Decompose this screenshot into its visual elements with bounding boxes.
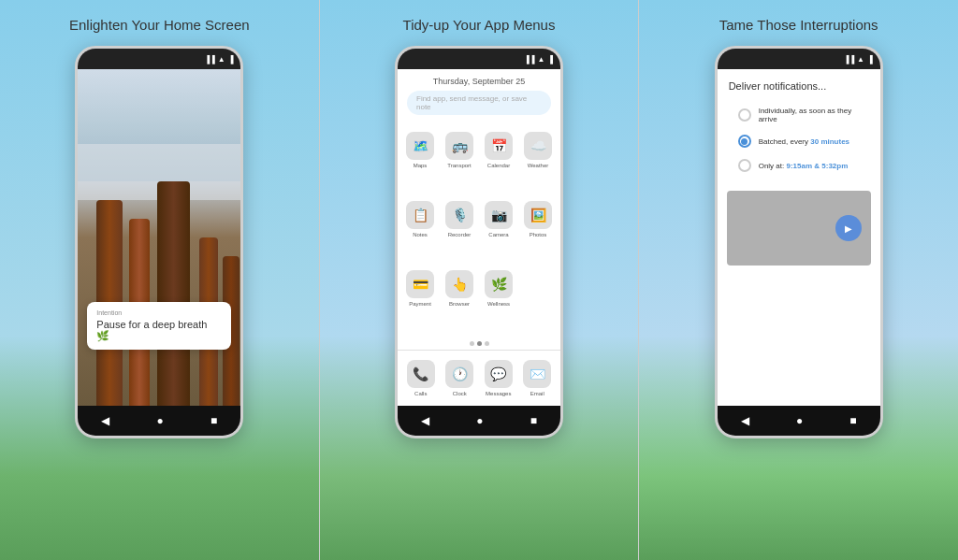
calls-icon: 📞	[407, 360, 435, 388]
panel-1-title: Enlighten Your Home Screen	[69, 17, 250, 33]
clock-label: Clock	[453, 391, 467, 396]
dock-calls[interactable]: 📞 Calls	[401, 354, 441, 402]
home-button-1[interactable]: ●	[157, 414, 164, 427]
home-button-3[interactable]: ●	[796, 414, 803, 427]
panel-2: Tidy-up Your App Menus ▐▐ ▲ ▐ Thursday, …	[319, 0, 640, 560]
option-batched[interactable]: Batched, every 30 minutes	[729, 129, 869, 153]
recorder-icon: 🎙️	[445, 201, 473, 229]
dock-messages[interactable]: 💬 Messages	[479, 354, 518, 402]
app-maps[interactable]: 🗺️ Maps	[401, 126, 439, 194]
notification-content: Deliver notifications... Individually, a…	[718, 69, 880, 183]
play-button[interactable]: ▶	[835, 215, 862, 241]
browser-icon: 👆	[445, 270, 473, 298]
video-preview-area: ▶	[727, 191, 871, 266]
app-empty	[519, 265, 557, 332]
status-icons-2: ▐▐ ▲ ▐	[524, 55, 553, 64]
calendar-icon: 📅	[485, 132, 513, 160]
recent-button-1[interactable]: ■	[210, 414, 217, 427]
maps-label: Maps	[414, 163, 428, 168]
radio-individually[interactable]	[738, 108, 751, 122]
tree-trunk-3	[157, 181, 190, 406]
app-dock: 📞 Calls 🕐 Clock 💬 Messages ✉️ Email	[398, 350, 560, 406]
recent-button-3[interactable]: ■	[849, 414, 856, 427]
browser-label: Browser	[449, 301, 470, 307]
only-at-highlight: 9:15am & 5:32pm	[786, 162, 848, 170]
phone-3: ▐▐ ▲ ▐ Deliver notifications... Individu…	[715, 46, 883, 438]
phone-1-nav-bar: ◀ ● ■	[78, 406, 240, 436]
home-button-2[interactable]: ●	[476, 414, 483, 427]
transport-icon: 🚌	[445, 132, 473, 160]
app-transport[interactable]: 🚌 Transport	[441, 126, 478, 194]
signal-icon-2: ▐▐	[524, 55, 534, 64]
intention-text: Pause for a deep breath 🌿	[96, 319, 222, 342]
phone-2-status-bar: ▐▐ ▲ ▐	[398, 49, 560, 69]
app-payment[interactable]: 💳 Payment	[401, 265, 439, 332]
app-weather[interactable]: ☁️ Weather	[519, 126, 557, 194]
app-menu-header: Thursday, September 25 Find app, send me…	[398, 69, 560, 121]
notes-label: Notes	[413, 232, 428, 237]
option-individually[interactable]: Individually, as soon as they arrive	[729, 101, 869, 129]
maps-icon: 🗺️	[406, 132, 434, 160]
dock-clock[interactable]: 🕐 Clock	[441, 354, 480, 402]
transport-label: Transport	[447, 163, 471, 168]
phone-1-screen: Intention Pause for a deep breath 🌿	[78, 69, 240, 406]
signal-icon: ▐▐	[204, 55, 214, 64]
phone-2: ▐▐ ▲ ▐ Thursday, September 25 Find app, …	[395, 46, 563, 438]
phone-1: ▐▐ ▲ ▐ Intention Pause for a deep breath…	[75, 46, 243, 438]
notes-icon: 📋	[406, 201, 434, 229]
panel-3-title: Tame Those Interruptions	[719, 17, 878, 33]
dot-3	[485, 341, 489, 346]
camera-label: Camera	[488, 232, 508, 237]
dock-email[interactable]: ✉️ Email	[518, 354, 558, 402]
payment-label: Payment	[409, 301, 431, 307]
messages-label: Messages	[486, 391, 511, 396]
wifi-icon: ▲	[218, 55, 225, 64]
back-button-2[interactable]: ◀	[421, 414, 429, 427]
app-photos[interactable]: 🖼️ Photos	[519, 195, 557, 263]
recorder-label: Recorder	[448, 232, 472, 237]
option-only-at[interactable]: Only at: 9:15am & 5:32pm	[729, 153, 869, 178]
option-individually-text: Individually, as soon as they arrive	[759, 107, 860, 123]
app-menu-screen: Thursday, September 25 Find app, send me…	[398, 69, 560, 406]
weather-label: Weather	[528, 163, 549, 168]
app-menu-search[interactable]: Find app, send message, or save note	[407, 91, 551, 115]
app-browser[interactable]: 👆 Browser	[441, 265, 478, 332]
email-label: Email	[530, 391, 544, 396]
notification-title: Deliver notifications...	[729, 80, 869, 92]
app-wellness[interactable]: 🌿 Wellness	[480, 265, 517, 332]
app-menu-date: Thursday, September 25	[407, 77, 551, 86]
forest-background: Intention Pause for a deep breath 🌿	[78, 69, 240, 406]
calls-label: Calls	[414, 391, 427, 396]
phone-3-status-bar: ▐▐ ▲ ▐	[718, 49, 880, 69]
dot-1	[470, 341, 474, 346]
option-batched-text: Batched, every 30 minutes	[759, 137, 849, 146]
messages-icon: 💬	[485, 360, 513, 388]
panel-2-title: Tidy-up Your App Menus	[403, 17, 556, 33]
back-button-3[interactable]: ◀	[741, 414, 749, 427]
panel-1: Enlighten Your Home Screen ▐▐ ▲ ▐ Intent…	[0, 0, 319, 560]
camera-icon: 📷	[485, 201, 513, 229]
phone-2-nav-bar: ◀ ● ■	[398, 406, 560, 436]
payment-icon: 💳	[406, 270, 434, 298]
back-button-1[interactable]: ◀	[101, 414, 109, 427]
phone-2-screen: Thursday, September 25 Find app, send me…	[398, 69, 560, 406]
wifi-icon-3: ▲	[857, 55, 864, 64]
app-calendar[interactable]: 📅 Calendar	[480, 126, 517, 194]
wellness-icon: 🌿	[485, 270, 513, 298]
battery-icon-2: ▐	[547, 55, 553, 64]
phone-1-status-bar: ▐▐ ▲ ▐	[78, 49, 240, 69]
radio-batched[interactable]	[738, 135, 751, 148]
battery-icon: ▐	[228, 55, 234, 64]
app-notes[interactable]: 📋 Notes	[401, 195, 439, 263]
battery-icon-3: ▐	[867, 55, 873, 64]
clock-icon: 🕐	[445, 360, 473, 388]
app-recorder[interactable]: 🎙️ Recorder	[441, 195, 478, 263]
weather-icon: ☁️	[524, 132, 552, 160]
radio-only-at[interactable]	[738, 159, 751, 172]
email-icon: ✉️	[523, 360, 551, 388]
dot-2	[477, 341, 482, 346]
app-camera[interactable]: 📷 Camera	[480, 195, 517, 263]
app-grid: 🗺️ Maps 🚌 Transport 📅 Calendar ☁️ Weathe…	[398, 121, 560, 337]
recent-button-2[interactable]: ■	[530, 414, 537, 427]
batched-highlight: 30 minutes	[810, 137, 849, 146]
